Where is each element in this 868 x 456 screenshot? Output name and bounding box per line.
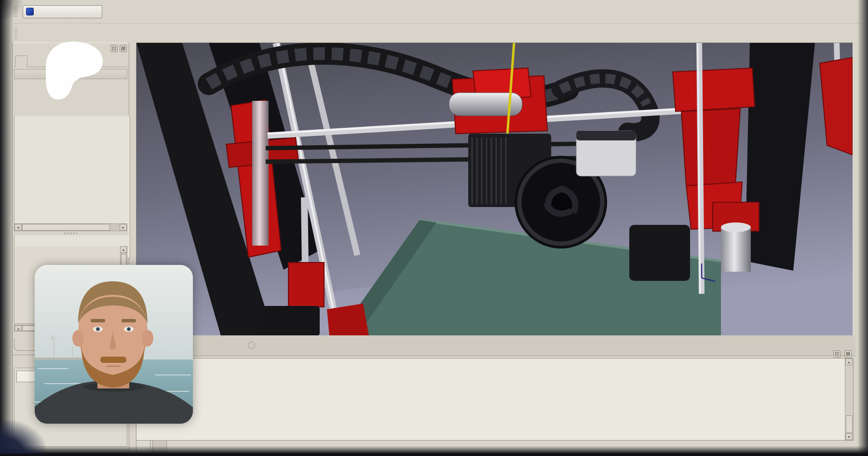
close-icon[interactable]: ⊠ bbox=[120, 45, 127, 52]
webcam-overlay bbox=[35, 265, 193, 424]
python-console-output[interactable]: ▴ ▾ bbox=[136, 358, 854, 441]
scrollbar-thumb[interactable] bbox=[846, 415, 853, 433]
scrollbar-thumb[interactable] bbox=[22, 224, 110, 231]
scroll-up-icon[interactable]: ▴ bbox=[120, 246, 127, 253]
scroll-right-icon[interactable]: ▸ bbox=[120, 224, 127, 231]
tab-python-console[interactable] bbox=[136, 441, 150, 454]
scroll-left-icon[interactable]: ◂ bbox=[14, 224, 22, 231]
console-vscrollbar[interactable]: ▴ ▾ bbox=[845, 359, 853, 440]
close-panel-icon[interactable]: ⊠ bbox=[844, 350, 852, 358]
freecad-window: ⊡ ⊠ ◂ ▸ ▴ ▾ ◂ ▸ bbox=[0, 0, 868, 454]
3d-viewport[interactable] bbox=[136, 42, 853, 336]
mdi-tabbar bbox=[134, 335, 855, 356]
sketch-toolbar bbox=[13, 23, 861, 42]
python-console-panel: ⊡ ⊠ ▴ ▾ bbox=[134, 356, 855, 441]
tree-hscrollbar[interactable]: ◂ ▸ bbox=[14, 223, 127, 231]
screen: ⊡ ⊠ ◂ ▸ ▴ ▾ ◂ ▸ bbox=[0, 0, 868, 456]
tab-model[interactable] bbox=[15, 55, 27, 67]
undock-icon[interactable]: ⊡ bbox=[110, 45, 118, 52]
toolbar-handle[interactable] bbox=[14, 28, 17, 39]
workbench-selector[interactable] bbox=[23, 5, 102, 18]
scroll-down-icon[interactable]: ▾ bbox=[845, 433, 853, 440]
screen-edge-right bbox=[857, 0, 868, 454]
workbench-icon bbox=[26, 8, 34, 15]
scroll-left-icon[interactable]: ◂ bbox=[14, 325, 22, 331]
mdi-area: ⊡ ⊠ ▴ ▾ bbox=[134, 42, 855, 454]
tab-close-icon[interactable] bbox=[248, 342, 255, 349]
screen-edge-left bbox=[0, 0, 14, 454]
3d-scene bbox=[136, 43, 853, 336]
panel-splitter[interactable] bbox=[13, 231, 129, 235]
float-panel-icon[interactable]: ⊡ bbox=[833, 350, 841, 358]
toolbar-handle[interactable] bbox=[14, 6, 17, 17]
bottom-panel-tabs bbox=[134, 441, 855, 454]
main-toolbar bbox=[13, 2, 861, 21]
censor-blob bbox=[43, 39, 106, 104]
scroll-up-icon[interactable]: ▴ bbox=[845, 359, 853, 365]
model-tree bbox=[14, 116, 130, 259]
tab-report-view[interactable] bbox=[152, 441, 167, 453]
